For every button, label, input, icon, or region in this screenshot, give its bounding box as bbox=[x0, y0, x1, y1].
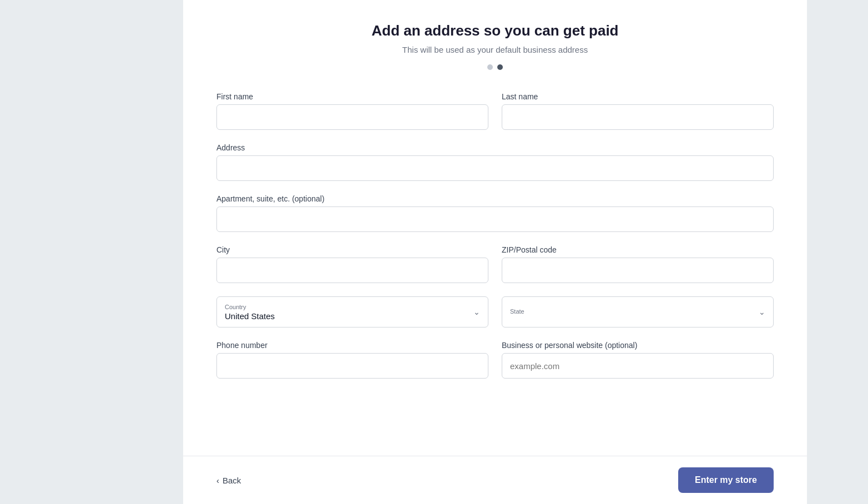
right-panel bbox=[807, 0, 868, 504]
state-group: State ⌄ Select state California New York… bbox=[502, 296, 774, 327]
step-dot-2 bbox=[497, 64, 503, 70]
footer-bar: ‹ Back Enter my store bbox=[183, 456, 807, 504]
city-group: City bbox=[216, 245, 488, 283]
phone-group: Phone number bbox=[216, 341, 488, 379]
apt-group: Apartment, suite, etc. (optional) bbox=[216, 194, 774, 232]
zip-group: ZIP/Postal code bbox=[502, 245, 774, 283]
back-chevron-icon: ‹ bbox=[216, 476, 219, 485]
city-zip-row: City ZIP/Postal code bbox=[216, 245, 774, 283]
address-form: First name Last name Address Apartment, … bbox=[216, 92, 774, 379]
address-input[interactable] bbox=[216, 155, 774, 181]
city-input[interactable] bbox=[216, 258, 488, 283]
name-row: First name Last name bbox=[216, 92, 774, 130]
phone-input[interactable] bbox=[216, 353, 488, 379]
step-dot-1 bbox=[487, 64, 493, 70]
apt-row: Apartment, suite, etc. (optional) bbox=[216, 194, 774, 232]
last-name-input[interactable] bbox=[502, 104, 774, 130]
zip-input[interactable] bbox=[502, 258, 774, 283]
left-panel bbox=[0, 0, 183, 504]
website-group: Business or personal website (optional) bbox=[502, 341, 774, 379]
last-name-label: Last name bbox=[502, 92, 774, 101]
form-area: Add an address so you can get paid This … bbox=[183, 0, 807, 456]
address-label: Address bbox=[216, 143, 774, 152]
city-label: City bbox=[216, 245, 488, 254]
address-row: Address bbox=[216, 143, 774, 181]
step-dots bbox=[216, 64, 774, 70]
last-name-group: Last name bbox=[502, 92, 774, 130]
page-subtitle: This will be used as your default busine… bbox=[216, 45, 774, 54]
first-name-group: First name bbox=[216, 92, 488, 130]
enter-my-store-button[interactable]: Enter my store bbox=[678, 467, 774, 493]
main-content: Add an address so you can get paid This … bbox=[183, 0, 807, 504]
phone-website-row: Phone number Business or personal websit… bbox=[216, 341, 774, 379]
address-group: Address bbox=[216, 143, 774, 181]
zip-label: ZIP/Postal code bbox=[502, 245, 774, 254]
apt-input[interactable] bbox=[216, 206, 774, 232]
country-state-row: Country United States ⌄ United States Ca… bbox=[216, 296, 774, 327]
apt-label: Apartment, suite, etc. (optional) bbox=[216, 194, 774, 203]
first-name-label: First name bbox=[216, 92, 488, 101]
back-button[interactable]: ‹ Back bbox=[216, 476, 241, 485]
back-label: Back bbox=[223, 476, 241, 485]
country-select-wrapper[interactable]: Country United States ⌄ United States Ca… bbox=[216, 296, 488, 327]
enter-label: Enter my store bbox=[695, 475, 757, 485]
state-select-wrapper[interactable]: State ⌄ Select state California New York… bbox=[502, 296, 774, 327]
page-title: Add an address so you can get paid bbox=[216, 22, 774, 39]
phone-label: Phone number bbox=[216, 341, 488, 350]
country-group: Country United States ⌄ United States Ca… bbox=[216, 296, 488, 327]
website-label: Business or personal website (optional) bbox=[502, 341, 774, 350]
website-input[interactable] bbox=[502, 353, 774, 379]
first-name-input[interactable] bbox=[216, 104, 488, 130]
